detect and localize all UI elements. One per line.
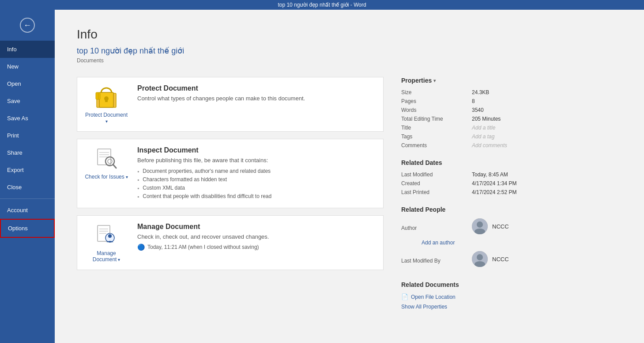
manage-icon bbox=[94, 223, 119, 248]
prop-pages-row: Pages 8 bbox=[401, 98, 622, 104]
sidebar-item-account[interactable]: Account bbox=[0, 202, 55, 219]
sidebar-divider bbox=[0, 198, 55, 199]
prop-title-value[interactable]: Add a title bbox=[472, 125, 495, 131]
inspect-icon-area: Check for Issues bbox=[84, 146, 128, 180]
inspect-card-desc: Before publishing this file, be aware th… bbox=[137, 157, 376, 164]
prop-title-label: Title bbox=[401, 125, 472, 131]
protect-card-body: Protect Document Control what types of c… bbox=[137, 84, 376, 105]
sidebar-item-open[interactable]: Open bbox=[0, 75, 55, 92]
add-author-link[interactable]: Add an author bbox=[422, 240, 622, 246]
protect-document-card: Protect Document Protect Document Contro… bbox=[77, 77, 384, 132]
svg-rect-5 bbox=[96, 92, 100, 99]
back-button[interactable]: ← bbox=[0, 10, 55, 41]
properties-section-title: Properties ▾ bbox=[401, 77, 622, 84]
svg-point-24 bbox=[477, 254, 483, 260]
prop-created-label: Created bbox=[401, 180, 472, 187]
inspect-document-card: Check for Issues Inspect Document Before… bbox=[77, 139, 384, 208]
sidebar-item-save[interactable]: Save bbox=[0, 92, 55, 110]
prop-created-value: 4/17/2024 1:34 PM bbox=[472, 180, 516, 187]
inspect-card-body: Inspect Document Before publishing this … bbox=[137, 146, 376, 201]
prop-comments-value[interactable]: Add comments bbox=[472, 142, 507, 149]
prop-size-label: Size bbox=[401, 89, 472, 95]
sidebar-item-export[interactable]: Export bbox=[0, 161, 55, 179]
manage-doc-entry-text: Today, 11:21 AM (when I closed without s… bbox=[147, 244, 259, 250]
properties-table: Size 24.3KB Pages 8 Words 3540 Total E bbox=[401, 89, 622, 149]
manage-card-desc: Check in, check out, and recover unsaved… bbox=[137, 233, 376, 240]
manage-doc-label[interactable]: Manage Document bbox=[84, 250, 128, 263]
inspect-list: Document properties, author's name and r… bbox=[137, 167, 376, 201]
svg-line-12 bbox=[113, 164, 116, 168]
doc-path: Documents bbox=[77, 57, 622, 64]
lastmodby-row: Last Modified By NCCC bbox=[401, 251, 622, 271]
prop-title-row: Title Add a title bbox=[401, 125, 622, 131]
author-person-row: NCCC bbox=[472, 218, 509, 234]
doc-title[interactable]: top 10 người đẹp nhất thế giới bbox=[77, 46, 622, 56]
prop-editing-label: Total Editing Time bbox=[401, 116, 472, 122]
lastmodby-name: NCCC bbox=[492, 256, 509, 263]
related-people-section: Related People Author bbox=[401, 206, 622, 271]
prop-words-row: Words 3540 bbox=[401, 107, 622, 113]
inspect-list-item: Document properties, author's name and r… bbox=[137, 167, 376, 175]
sidebar-item-close[interactable]: Close bbox=[0, 179, 55, 196]
manage-icon-area: Manage Document bbox=[84, 223, 128, 263]
lastmodby-label: Last Modified By bbox=[401, 258, 472, 264]
prop-tags-label: Tags bbox=[401, 133, 472, 140]
sidebar-item-new[interactable]: New bbox=[0, 58, 55, 75]
sidebar-item-print[interactable]: Print bbox=[0, 127, 55, 144]
protect-card-desc: Control what types of changes people can… bbox=[137, 95, 376, 102]
page-title: Info bbox=[77, 27, 622, 42]
prop-lastprinted-value: 4/17/2024 2:52 PM bbox=[472, 189, 516, 195]
inspect-card-title: Inspect Document bbox=[137, 146, 376, 154]
related-dates-title: Related Dates bbox=[401, 159, 622, 166]
sidebar-item-info[interactable]: Info bbox=[0, 41, 55, 58]
related-dates-table: Last Modified Today, 8:45 AM Created 4/1… bbox=[401, 172, 622, 195]
inspect-list-item: Characters formatted as hidden text bbox=[137, 175, 376, 184]
inspect-list-item: Content that people with disabilities fi… bbox=[137, 192, 376, 201]
prop-lastmod-row: Last Modified Today, 8:45 AM bbox=[401, 172, 622, 178]
prop-comments-label: Comments bbox=[401, 142, 472, 149]
prop-tags-value[interactable]: Add a tag bbox=[472, 133, 494, 140]
prop-words-value: 3540 bbox=[472, 107, 484, 113]
sidebar: ← Info New Open Save Save As Print Share… bbox=[0, 10, 55, 343]
related-people-title: Related People bbox=[401, 206, 622, 213]
manage-card-body: Manage Document Check in, check out, and… bbox=[137, 223, 376, 251]
main-content: Info top 10 người đẹp nhất thế giới Docu… bbox=[55, 10, 644, 343]
related-dates-section: Related Dates Last Modified Today, 8:45 … bbox=[401, 159, 622, 195]
inspect-icon bbox=[94, 146, 119, 171]
author-label: Author bbox=[401, 225, 472, 231]
properties-panel: Properties ▾ Size 24.3KB Pages 8 bbox=[401, 77, 622, 320]
check-issues-label[interactable]: Check for Issues bbox=[85, 174, 128, 180]
open-file-location-link[interactable]: 📄 Open File Location bbox=[401, 293, 622, 300]
author-name: NCCC bbox=[492, 223, 509, 230]
protect-card-title: Protect Document bbox=[137, 84, 376, 92]
sidebar-item-share[interactable]: Share bbox=[0, 144, 55, 161]
doc-file-icon: 🔵 bbox=[137, 244, 145, 251]
lastmodby-avatar bbox=[472, 251, 488, 267]
prop-editing-row: Total Editing Time 205 Minutes bbox=[401, 116, 622, 122]
svg-point-21 bbox=[477, 221, 483, 228]
inspect-list-item: Custom XML data bbox=[137, 184, 376, 192]
prop-lastprinted-row: Last Printed 4/17/2024 2:52 PM bbox=[401, 189, 622, 195]
protect-icon-area: Protect Document bbox=[84, 84, 128, 124]
show-all-properties-link[interactable]: Show All Properties bbox=[401, 304, 622, 310]
prop-comments-row: Comments Add comments bbox=[401, 142, 622, 149]
prop-lastmod-value: Today, 8:45 AM bbox=[472, 172, 508, 178]
manage-doc-entry: 🔵 Today, 11:21 AM (when I closed without… bbox=[137, 244, 376, 251]
back-icon: ← bbox=[20, 18, 35, 33]
prop-size-row: Size 24.3KB bbox=[401, 89, 622, 95]
sidebar-item-options[interactable]: Options bbox=[0, 219, 55, 238]
protect-doc-label[interactable]: Protect Document bbox=[84, 112, 128, 124]
related-docs-section: Related Documents 📄 Open File Location S… bbox=[401, 281, 622, 310]
manage-document-card: Manage Document Manage Document Check in… bbox=[77, 215, 384, 270]
prop-lastmod-label: Last Modified bbox=[401, 172, 472, 178]
prop-size-value: 24.3KB bbox=[472, 89, 489, 95]
svg-point-19 bbox=[108, 234, 112, 238]
sidebar-item-saveas[interactable]: Save As bbox=[0, 110, 55, 127]
title-bar: top 10 người đẹp nhất thế giới - Word bbox=[0, 0, 644, 10]
lastmodby-person-row: NCCC bbox=[472, 251, 509, 267]
author-avatar bbox=[472, 218, 488, 234]
prop-lastprinted-label: Last Printed bbox=[401, 189, 472, 195]
prop-pages-value: 8 bbox=[472, 98, 475, 104]
properties-arrow-icon: ▾ bbox=[433, 78, 436, 83]
manage-card-title: Manage Document bbox=[137, 223, 376, 231]
